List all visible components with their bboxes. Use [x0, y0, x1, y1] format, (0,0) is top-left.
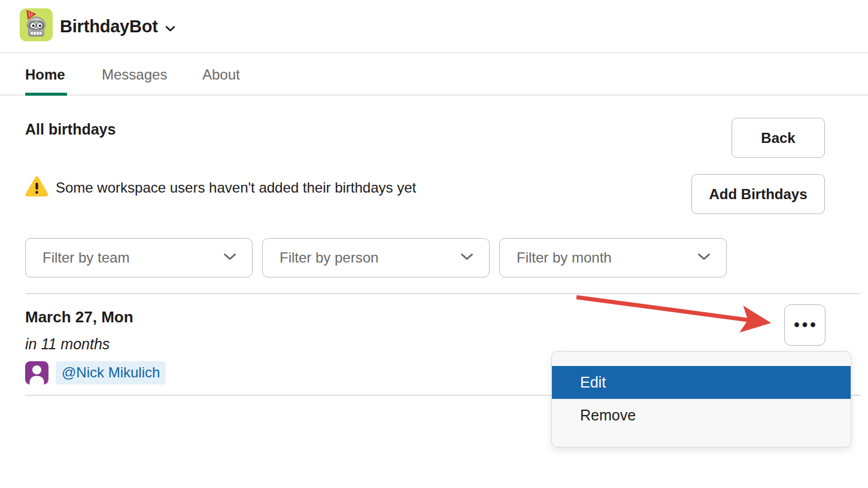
- context-menu: Edit Remove: [551, 351, 851, 447]
- menu-item-remove[interactable]: Remove: [552, 399, 851, 432]
- active-tab-underline: [25, 93, 67, 96]
- warning-row: Some workspace users haven't added their…: [25, 176, 416, 200]
- warning-text: Some workspace users haven't added their…: [56, 179, 416, 196]
- app-title: BirthdayBot: [60, 17, 158, 36]
- back-button[interactable]: Back: [732, 118, 825, 158]
- app-title-menu[interactable]: BirthdayBot: [60, 0, 175, 53]
- add-birthdays-label: Add Birthdays: [709, 186, 807, 203]
- chevron-down-icon: [460, 252, 474, 263]
- chevron-down-icon: [223, 252, 236, 263]
- chevron-down-icon: [165, 23, 175, 34]
- filter-by-month-placeholder: Filter by month: [517, 249, 612, 266]
- tab-home[interactable]: Home: [25, 54, 65, 94]
- avatar: [25, 361, 48, 385]
- chevron-down-icon: [697, 252, 711, 263]
- tab-about[interactable]: About: [202, 54, 240, 94]
- user-mention-link[interactable]: @Nick Mikulich: [56, 361, 166, 385]
- tab-messages-label: Messages: [102, 66, 167, 83]
- menu-item-edit-label: Edit: [580, 374, 606, 391]
- back-button-label: Back: [761, 130, 795, 147]
- birthday-relative-time: in 11 months: [25, 336, 110, 353]
- page-title: All birthdays: [25, 121, 116, 138]
- overflow-menu-button[interactable]: •••: [784, 304, 825, 346]
- menu-item-edit[interactable]: Edit: [552, 366, 851, 399]
- warning-icon: [25, 176, 48, 200]
- filter-by-team-placeholder: Filter by team: [43, 249, 129, 266]
- filter-by-person-placeholder: Filter by person: [280, 249, 378, 266]
- tab-bar: Home Messages About: [0, 54, 868, 96]
- birthday-date: March 27, Mon: [25, 308, 133, 327]
- tab-about-label: About: [202, 66, 240, 83]
- add-birthdays-button[interactable]: Add Birthdays: [691, 174, 825, 214]
- ellipsis-icon: •••: [791, 317, 818, 333]
- filter-by-month-select[interactable]: Filter by month: [499, 238, 727, 277]
- birthdaybot-app-icon: [20, 8, 53, 41]
- birthday-user-row: @Nick Mikulich: [25, 361, 166, 385]
- filter-by-person-select[interactable]: Filter by person: [262, 238, 490, 277]
- tab-home-label: Home: [25, 66, 65, 83]
- app-header: BirthdayBot: [0, 0, 868, 53]
- tab-messages[interactable]: Messages: [102, 54, 167, 94]
- annotation-arrow: [569, 291, 790, 333]
- divider: [25, 293, 860, 294]
- menu-item-remove-label: Remove: [580, 407, 636, 424]
- filter-by-team-select[interactable]: Filter by team: [25, 238, 253, 277]
